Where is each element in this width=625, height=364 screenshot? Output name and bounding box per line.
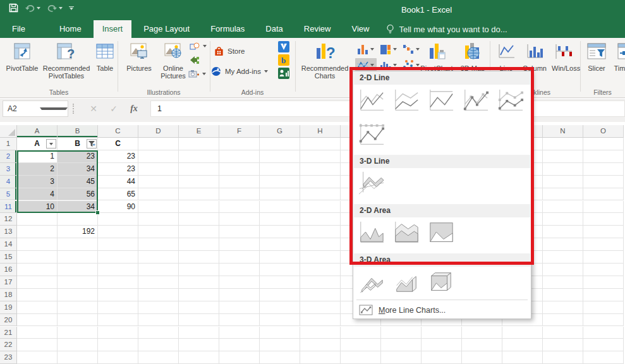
cell-C20[interactable] — [98, 314, 138, 327]
undo-dropdown-arrow-icon[interactable] — [37, 7, 40, 9]
cell-G22[interactable] — [260, 339, 300, 351]
cell-C3[interactable]: 23 — [98, 163, 138, 176]
row-header-18[interactable]: 18 — [0, 289, 17, 301]
cell-A13[interactable] — [17, 226, 58, 238]
cell-C5[interactable]: 65 — [98, 188, 138, 201]
cell-B14[interactable] — [58, 238, 98, 251]
cell-B13[interactable]: 192 — [58, 226, 98, 238]
row-header-1[interactable]: 1 — [0, 138, 17, 150]
cell-O5[interactable] — [583, 188, 624, 201]
recommended-pivottables-button[interactable]: ? Recommended PivotTables — [40, 40, 92, 88]
cell-H18[interactable] — [300, 289, 341, 301]
cell-A15[interactable] — [17, 251, 58, 264]
cell-M21[interactable] — [502, 327, 543, 339]
cell-F21[interactable] — [219, 327, 260, 339]
enter-button[interactable]: ✓ — [105, 100, 123, 117]
cell-E19[interactable] — [179, 301, 219, 314]
cell-D21[interactable] — [138, 327, 179, 339]
chart-type-100-stacked-area-icon[interactable] — [428, 219, 454, 246]
cell-D22[interactable] — [138, 339, 179, 351]
cell-F12[interactable] — [219, 213, 260, 226]
cell-K21[interactable] — [422, 327, 462, 339]
cell-C18[interactable] — [98, 289, 138, 301]
chart-type-stacked-line-icon[interactable] — [393, 87, 420, 114]
cell-E15[interactable] — [179, 251, 219, 264]
table-button[interactable]: Table — [92, 40, 118, 88]
cell-G19[interactable] — [260, 301, 300, 314]
column-header-E[interactable]: E — [179, 125, 219, 138]
cell-C4[interactable]: 44 — [98, 176, 138, 188]
cell-B15[interactable] — [58, 251, 98, 264]
tab-data[interactable]: Data — [257, 20, 291, 38]
cell-B11[interactable]: 34 — [58, 201, 98, 214]
cell-O1[interactable] — [583, 138, 624, 150]
cell-H17[interactable] — [300, 276, 341, 289]
shapes-button[interactable] — [190, 42, 207, 51]
cell-D13[interactable] — [138, 226, 179, 238]
cell-D5[interactable] — [138, 188, 179, 201]
cell-E1[interactable] — [179, 138, 219, 150]
cell-G2[interactable] — [260, 150, 300, 163]
cell-H12[interactable] — [300, 213, 341, 226]
chart-type-stacked-line-with-markers-icon[interactable] — [497, 87, 524, 114]
redo-button[interactable] — [47, 4, 63, 13]
pictures-button[interactable]: Pictures — [121, 40, 157, 88]
column-header-A[interactable]: A — [17, 125, 58, 138]
more-line-charts-item[interactable]: More Line Charts... — [353, 301, 531, 318]
cell-D12[interactable] — [138, 213, 179, 226]
cell-O17[interactable] — [583, 276, 624, 289]
cell-C11[interactable]: 90 — [98, 201, 138, 214]
formula-bar-splitter[interactable] — [73, 104, 74, 114]
cell-N18[interactable] — [543, 289, 583, 301]
cell-H23[interactable] — [300, 351, 341, 364]
column-header-H[interactable]: H — [300, 125, 341, 138]
insert-function-button[interactable]: fx — [125, 100, 143, 117]
cell-K23[interactable] — [422, 351, 462, 364]
cell-A17[interactable] — [17, 276, 58, 289]
row-header-11[interactable]: 11 — [0, 201, 17, 214]
visio-addin-icon[interactable] — [278, 41, 289, 52]
cell-O4[interactable] — [583, 176, 624, 188]
cell-G1[interactable] — [260, 138, 300, 150]
cell-N22[interactable] — [543, 339, 583, 351]
cell-N2[interactable] — [543, 150, 583, 163]
cell-O21[interactable] — [583, 327, 624, 339]
cell-F23[interactable] — [219, 351, 260, 364]
cell-O14[interactable] — [583, 238, 624, 251]
name-box[interactable]: A2 — [3, 100, 68, 117]
cell-E23[interactable] — [179, 351, 219, 364]
smartart-button[interactable] — [190, 56, 200, 65]
cell-D19[interactable] — [138, 301, 179, 314]
cell-M23[interactable] — [502, 351, 543, 364]
cell-G17[interactable] — [260, 276, 300, 289]
cell-D20[interactable] — [138, 314, 179, 327]
cell-D23[interactable] — [138, 351, 179, 364]
row-header-2[interactable]: 2 — [0, 150, 17, 163]
cell-F14[interactable] — [219, 238, 260, 251]
cell-F15[interactable] — [219, 251, 260, 264]
cell-E3[interactable] — [179, 163, 219, 176]
cell-H22[interactable] — [300, 339, 341, 351]
row-header-5[interactable]: 5 — [0, 188, 17, 201]
cell-G14[interactable] — [260, 238, 300, 251]
cell-F5[interactable] — [219, 188, 260, 201]
cell-A3[interactable]: 2 — [17, 163, 58, 176]
cell-F16[interactable] — [219, 264, 260, 276]
cell-B5[interactable]: 56 — [58, 188, 98, 201]
tab-page-layout[interactable]: Page Layout — [135, 20, 198, 38]
row-header-17[interactable]: 17 — [0, 276, 17, 289]
cell-B21[interactable] — [58, 327, 98, 339]
cell-H5[interactable] — [300, 188, 341, 201]
cell-N19[interactable] — [543, 301, 583, 314]
cell-B20[interactable] — [58, 314, 98, 327]
cell-F1[interactable] — [219, 138, 260, 150]
cell-F13[interactable] — [219, 226, 260, 238]
cell-G21[interactable] — [260, 327, 300, 339]
cell-H19[interactable] — [300, 301, 341, 314]
column-header-D[interactable]: D — [138, 125, 179, 138]
row-header-15[interactable]: 15 — [0, 251, 17, 264]
cell-E4[interactable] — [179, 176, 219, 188]
cell-B4[interactable]: 45 — [58, 176, 98, 188]
cell-A21[interactable] — [17, 327, 58, 339]
cell-C16[interactable] — [98, 264, 138, 276]
